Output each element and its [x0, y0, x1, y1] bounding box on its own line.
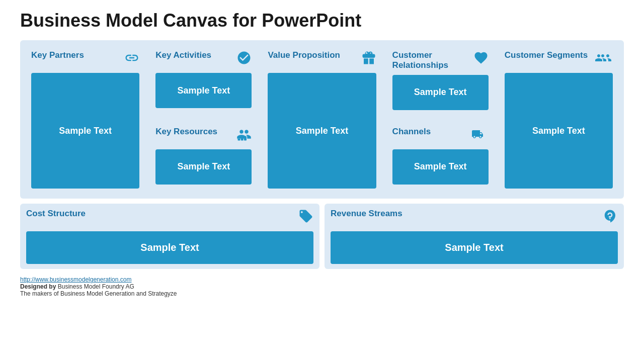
- cost-structure-sample: Sample Text: [26, 231, 313, 264]
- value-proposition-sample: Sample Text: [268, 73, 376, 189]
- cell-key-partners: Key Partners Sample Text: [25, 45, 145, 194]
- footer-tagline: The makers of Business Model Generation …: [20, 290, 177, 297]
- heart-icon: [473, 50, 489, 69]
- cell-channels: Channels Sample Text: [386, 122, 495, 194]
- footer-designed-by-label: Designed by: [20, 283, 56, 290]
- money-icon: [603, 209, 618, 227]
- svg-rect-1: [241, 137, 244, 140]
- channels-title: Channels: [392, 127, 431, 137]
- top-section: Key Partners Sample Text Key Activities: [20, 40, 624, 199]
- gift-icon: [361, 50, 376, 69]
- cost-structure-title: Cost Structure: [26, 209, 86, 219]
- revenue-streams-sample: Sample Text: [331, 231, 618, 264]
- canvas-wrapper: Key Partners Sample Text Key Activities: [20, 40, 624, 269]
- footer-url[interactable]: http://www.businessmodelgeneration.com: [20, 276, 131, 283]
- cell-channels-header: Channels: [392, 127, 489, 145]
- footer-designed-by-value: Business Model Foundry AG: [58, 283, 134, 290]
- key-resources-title: Key Resources: [155, 127, 217, 137]
- key-partners-title: Key Partners: [31, 50, 84, 60]
- customer-segments-title: Customer Segments: [505, 50, 588, 60]
- tag-icon: [298, 209, 313, 227]
- cell-key-partners-header: Key Partners: [31, 50, 139, 69]
- cell-value-proposition: Value Proposition Sample Text: [262, 45, 382, 194]
- activities-resources-group: Key Activities Sample Text Key Resources: [149, 45, 258, 194]
- key-resources-sample: Sample Text: [155, 149, 252, 185]
- footer: http://www.businessmodelgeneration.com D…: [20, 276, 624, 297]
- svg-rect-0: [238, 138, 240, 140]
- key-activities-title: Key Activities: [155, 50, 211, 60]
- check-icon: [236, 50, 252, 69]
- cell-key-activities-header: Key Activities: [155, 50, 252, 69]
- revenue-streams-title: Revenue Streams: [331, 209, 403, 219]
- people-chart-icon: [236, 127, 252, 145]
- cr-channels-group: Customer Relationships Sample Text Chann…: [386, 45, 495, 194]
- cell-key-resources-header: Key Resources: [155, 127, 252, 145]
- bottom-section: Cost Structure Sample Text Revenue Strea…: [20, 204, 624, 269]
- cell-value-proposition-header: Value Proposition: [268, 50, 376, 69]
- cell-cost-structure: Cost Structure Sample Text: [20, 204, 319, 269]
- cell-customer-segments: Customer Segments Sample Text: [499, 45, 619, 194]
- cell-segments-header: Customer Segments: [505, 50, 613, 69]
- value-proposition-title: Value Proposition: [268, 50, 340, 60]
- cell-key-activities: Key Activities Sample Text: [149, 45, 258, 118]
- cell-cost-header: Cost Structure: [26, 209, 313, 227]
- customer-relationships-sample: Sample Text: [392, 75, 489, 110]
- people-icon: [595, 50, 613, 69]
- page-title: Business Model Canvas for PowerPoint: [20, 10, 624, 31]
- cell-customer-relationships: Customer Relationships Sample Text: [386, 45, 495, 118]
- link-icon: [124, 50, 139, 69]
- cell-cr-header: Customer Relationships: [392, 50, 489, 71]
- cell-revenue-streams: Revenue Streams Sample Text: [325, 204, 624, 269]
- svg-rect-2: [244, 136, 247, 140]
- customer-segments-sample: Sample Text: [505, 73, 613, 189]
- key-activities-sample: Sample Text: [155, 73, 252, 108]
- customer-relationships-title: Customer Relationships: [392, 50, 470, 71]
- key-partners-sample: Sample Text: [31, 73, 139, 189]
- channels-sample: Sample Text: [392, 149, 489, 185]
- truck-icon: [471, 127, 489, 145]
- cell-key-resources: Key Resources Sample Text: [149, 122, 258, 194]
- cell-revenue-header: Revenue Streams: [331, 209, 618, 227]
